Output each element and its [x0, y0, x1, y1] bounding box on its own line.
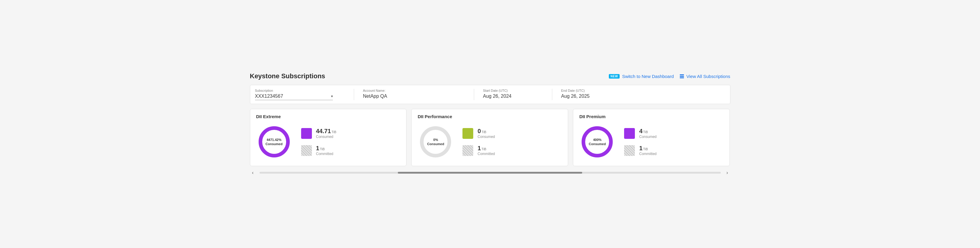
- header-row: Keystone Subscriptions NEW Switch to New…: [250, 72, 730, 80]
- subscription-select[interactable]: XXX1234567: [255, 94, 330, 99]
- list-icon: [680, 74, 684, 78]
- committed-info-dii-performance: 1TiB Committed: [477, 145, 495, 156]
- account-value: NetApp QA: [363, 94, 465, 99]
- donut-pct-dii-extreme: 4471.42%: [266, 138, 283, 142]
- card-title-dii-premium: DII Premium: [579, 114, 724, 119]
- committed-info-dii-premium: 1TiB Committed: [639, 145, 656, 156]
- new-dashboard-label: Switch to New Dashboard: [622, 74, 674, 79]
- committed-unit-dii-performance: TiB: [482, 147, 487, 151]
- consumed-info-dii-premium: 4TiB Consumed: [639, 128, 656, 139]
- cards-section: DII Extreme 4471.42% Consumed: [250, 109, 730, 176]
- scrollbar-thumb[interactable]: [398, 172, 582, 174]
- consumed-value-dii-extreme: 44.71TiB: [316, 128, 336, 134]
- view-all-label: View All Subscriptions: [686, 74, 730, 79]
- scroll-right-button[interactable]: ›: [724, 170, 730, 176]
- consumed-unit-dii-premium: TiB: [643, 130, 648, 134]
- page-container: Keystone Subscriptions NEW Switch to New…: [245, 67, 735, 181]
- committed-value-dii-extreme: 1TiB: [316, 145, 334, 152]
- header-actions: NEW Switch to New Dashboard View All Sub…: [609, 74, 730, 79]
- view-all-subscriptions-button[interactable]: View All Subscriptions: [680, 74, 730, 79]
- dropdown-arrow-icon: ▾: [331, 94, 333, 98]
- committed-value-dii-performance: 1TiB: [477, 145, 495, 152]
- committed-label-dii-premium: Committed: [639, 152, 656, 156]
- donut-wrap-dii-extreme: 4471.42% Consumed: [256, 124, 292, 160]
- donut-wrap-dii-premium: 400% Consumed: [579, 124, 615, 160]
- donut-center-dii-performance: 0% Consumed: [427, 138, 444, 146]
- consumed-label-dii-performance: Consumed: [477, 134, 495, 139]
- card-title-dii-extreme: DII Extreme: [256, 114, 401, 119]
- donut-center-dii-premium: 400% Consumed: [589, 138, 606, 146]
- donut-wrap-dii-performance: 0% Consumed: [418, 124, 453, 160]
- service-card-dii-extreme: DII Extreme 4471.42% Consumed: [250, 109, 407, 166]
- new-badge: NEW: [609, 74, 620, 78]
- consumed-label-dii-extreme: Consumed: [316, 134, 336, 139]
- consumed-info-dii-extreme: 44.71TiB Consumed: [316, 128, 336, 139]
- subscription-field: Subscription XXX1234567 ▾: [255, 89, 345, 100]
- card-content-dii-performance: 0% Consumed 0TiB Consumed: [418, 124, 562, 160]
- end-date-value: Aug 26, 2025: [561, 94, 621, 99]
- donut-label-dii-extreme: Consumed: [266, 142, 283, 146]
- card-content-dii-extreme: 4471.42% Consumed 44.71TiB Consumed: [256, 124, 401, 160]
- subscription-label: Subscription: [255, 89, 345, 92]
- committed-row-dii-performance: 1TiB Committed: [463, 145, 495, 156]
- donut-label-dii-performance: Consumed: [427, 142, 444, 146]
- consumed-label-dii-premium: Consumed: [639, 134, 656, 139]
- card-metrics-dii-performance: 0TiB Consumed 1TiB Committed: [463, 128, 495, 156]
- donut-pct-dii-performance: 0%: [427, 138, 444, 142]
- end-date-label: End Date (UTC): [561, 89, 621, 92]
- consumed-row-dii-performance: 0TiB Consumed: [463, 128, 495, 139]
- consumed-row-dii-premium: 4TiB Consumed: [624, 128, 656, 139]
- committed-info-dii-extreme: 1TiB Committed: [316, 145, 334, 156]
- donut-label-dii-premium: Consumed: [589, 142, 606, 146]
- subscription-info-bar: Subscription XXX1234567 ▾ Account Name: …: [250, 85, 730, 104]
- scrollbar-track: [259, 172, 721, 174]
- vertical-divider-3: [552, 89, 552, 100]
- consumed-swatch-dii-extreme: [301, 128, 312, 139]
- card-metrics-dii-extreme: 44.71TiB Consumed 1TiB Committed: [301, 128, 336, 156]
- account-label: Account Name:: [363, 89, 465, 92]
- consumed-value-dii-performance: 0TiB: [477, 128, 495, 134]
- start-date-label: Start Date (UTC): [483, 89, 543, 92]
- committed-label-dii-performance: Committed: [477, 152, 495, 156]
- committed-swatch-dii-extreme: [301, 145, 312, 156]
- consumed-value-dii-premium: 4TiB: [639, 128, 656, 134]
- committed-swatch-dii-performance: [463, 145, 473, 156]
- consumed-swatch-dii-performance: [463, 128, 473, 139]
- consumed-unit-dii-extreme: TiB: [332, 130, 336, 134]
- end-date-field: End Date (UTC) Aug 26, 2025: [561, 89, 621, 99]
- scroll-left-button[interactable]: ‹: [250, 170, 256, 176]
- consumed-unit-dii-performance: TiB: [482, 130, 487, 134]
- card-content-dii-premium: 400% Consumed 4TiB Consumed: [579, 124, 724, 160]
- committed-label-dii-extreme: Committed: [316, 152, 334, 156]
- committed-swatch-dii-premium: [624, 145, 635, 156]
- consumed-swatch-dii-premium: [624, 128, 635, 139]
- committed-row-dii-premium: 1TiB Committed: [624, 145, 656, 156]
- start-date-field: Start Date (UTC) Aug 26, 2024: [483, 89, 543, 99]
- account-field: Account Name: NetApp QA: [363, 89, 465, 99]
- page-title: Keystone Subscriptions: [250, 72, 325, 80]
- committed-value-dii-premium: 1TiB: [639, 145, 656, 152]
- scroll-nav: ‹ ›: [250, 170, 730, 176]
- consumed-info-dii-performance: 0TiB Consumed: [477, 128, 495, 139]
- card-metrics-dii-premium: 4TiB Consumed 1TiB Committed: [624, 128, 656, 156]
- subscription-dropdown-wrap: XXX1234567 ▾: [255, 94, 333, 100]
- new-dashboard-button[interactable]: NEW Switch to New Dashboard: [609, 74, 674, 79]
- consumed-row-dii-extreme: 44.71TiB Consumed: [301, 128, 336, 139]
- start-date-value: Aug 26, 2024: [483, 94, 543, 99]
- donut-pct-dii-premium: 400%: [589, 138, 606, 142]
- committed-unit-dii-premium: TiB: [643, 147, 648, 151]
- vertical-divider: [354, 89, 354, 100]
- service-card-dii-performance: DII Performance 0% Consumed: [411, 109, 568, 166]
- service-card-dii-premium: DII Premium 400% Consumed: [573, 109, 730, 166]
- cards-scroll-container: DII Extreme 4471.42% Consumed: [250, 109, 730, 166]
- committed-unit-dii-extreme: TiB: [320, 147, 325, 151]
- committed-row-dii-extreme: 1TiB Committed: [301, 145, 336, 156]
- donut-center-dii-extreme: 4471.42% Consumed: [266, 138, 283, 146]
- card-title-dii-performance: DII Performance: [418, 114, 562, 119]
